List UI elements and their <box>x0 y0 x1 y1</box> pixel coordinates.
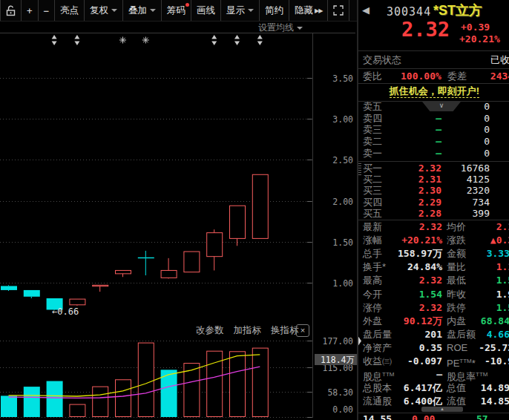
partial-value: 0.00 <box>412 413 435 420</box>
stat-row: 最新2.32均价2.10 <box>358 220 509 234</box>
stat-label: ROE <box>447 341 467 355</box>
stat-label: 流通股 <box>363 395 392 408</box>
ask-row-3-label: 卖三 <box>363 124 382 135</box>
ask-row-3[interactable]: 卖三—0 <box>358 124 509 135</box>
stat-label: 涨幅 <box>363 234 382 247</box>
ask-row-5-label: 卖五 <box>363 101 382 112</box>
stock-app-window: + − 亮点 复权 叠加 筹码 画线 显示 简约 隐藏 ▶▶ <box>0 0 509 420</box>
stat-label: 最高 <box>363 274 382 287</box>
stat-label: 总股本 <box>363 381 392 395</box>
divider <box>358 161 509 162</box>
partial-value: 14.55 <box>363 413 392 420</box>
hide-label: 隐藏 <box>295 4 313 17</box>
close-indicator-button[interactable]: × <box>296 324 309 337</box>
svg-text:←0.66: ←0.66 <box>52 306 79 317</box>
stat-row: 最高2.32最低1.54 <box>358 274 509 287</box>
svg-text:58.30: 58.30 <box>327 387 353 398</box>
stat-value: 1.54 <box>496 274 509 287</box>
ask-row-1-price: — <box>436 148 441 159</box>
bid-row-2[interactable]: 买二2.314125 <box>358 174 509 185</box>
svg-text:1.50: 1.50 <box>332 237 353 248</box>
chevron-down-icon <box>150 9 156 12</box>
bid-row-5[interactable]: 买五2.28399 <box>358 208 509 219</box>
adjust-price-dropdown[interactable]: 复权 <box>85 0 123 21</box>
stat-value: 2.32 <box>419 301 442 315</box>
bid-row-3[interactable]: 买三2.302320 <box>358 185 509 196</box>
stat-value: 201 <box>425 328 442 341</box>
divider <box>358 83 509 84</box>
chevron-down-icon <box>111 9 117 12</box>
add-indicator-link[interactable]: 加指标 <box>234 324 262 337</box>
divider <box>358 50 509 51</box>
stat-value: 6.417亿 <box>404 381 442 395</box>
ask-row-2-volume: 0 <box>484 136 490 147</box>
double-arrow-right-icon: ▶▶ <box>315 7 322 14</box>
weibi-row: 委比 100.00% 委差 24346 <box>358 70 509 82</box>
candles <box>1 174 268 310</box>
bid-row-4-volume: 734 <box>473 197 490 208</box>
lock-icon[interactable] <box>0 0 22 21</box>
switch-indicator-link[interactable]: 换指标 <box>271 324 299 337</box>
ask-row-5-volume: 0 <box>484 101 490 112</box>
stat-row: 总手158.97万金额3.33亿 <box>358 247 509 260</box>
stat-value: 2.32 <box>419 220 442 234</box>
ask-row-1[interactable]: 卖一—0 <box>358 148 509 159</box>
change-params-link[interactable]: 改参数 <box>196 324 224 337</box>
zoom-in-button[interactable]: + <box>22 0 39 21</box>
price-change: +0.39 <box>461 22 490 33</box>
open-account-link[interactable]: 抓住机会，即刻开户! <box>390 85 479 98</box>
stat-label: 净资产 <box>363 341 392 355</box>
adjust-price-label: 复权 <box>90 4 108 17</box>
stat-value: +20.21% <box>401 234 442 247</box>
ask-row-4-volume: 0 <box>484 113 490 124</box>
overlay-dropdown[interactable]: 叠加 <box>123 0 162 21</box>
stat-label: 收益㈢ <box>363 355 392 368</box>
stat-label: 跌停 <box>447 301 466 315</box>
stat-row: 总股本6.417亿总值14.89亿 <box>358 381 509 395</box>
panel-collapse-button[interactable]: ▲ <box>421 407 463 412</box>
trade-status-value: 已收市 <box>490 53 509 67</box>
notification-dot-icon <box>185 3 189 7</box>
stat-label: 内盘 <box>447 315 466 328</box>
stat-label: 盘后量 <box>363 328 392 341</box>
ask-row-4-price: — <box>436 113 441 124</box>
ask-row-4[interactable]: 卖四—0 <box>358 113 509 124</box>
stat-value: 1.54 <box>496 301 509 315</box>
ask-row-2-price: — <box>436 136 441 147</box>
panel-resize-grip[interactable] <box>357 163 361 175</box>
back-arrow-icon[interactable]: ◀ <box>362 4 370 16</box>
fullscreen-button[interactable] <box>328 0 349 21</box>
stat-row: 涨停2.32跌停1.54 <box>358 301 509 315</box>
highlights-button[interactable]: 亮点 <box>55 0 85 21</box>
chip-distribution-button[interactable]: 筹码 <box>162 0 191 21</box>
bid-row-3-label: 买三 <box>363 185 382 196</box>
bid-row-4[interactable]: 买四2.29734 <box>358 197 509 208</box>
ask-row-4-label: 卖四 <box>363 113 382 124</box>
bid-row-5-label: 买五 <box>363 208 382 219</box>
ask-row-2[interactable]: 卖二—0 <box>358 136 509 147</box>
quote-panel: ◀ 300344 *ST立方 2.32 +0.39 +20.21% 交易状态 已… <box>357 0 509 420</box>
ma-setting-label: 设置均线 <box>258 22 294 34</box>
stock-name: *ST立方 <box>433 1 482 19</box>
ma-setting-button[interactable]: 设置均线 <box>258 22 303 34</box>
svg-text:0.00: 0.00 <box>332 404 353 415</box>
stat-label: 最低 <box>447 274 466 287</box>
simple-mode-button[interactable]: 简约 <box>260 0 289 21</box>
partial-data-row: 14.550.0057 <box>358 413 509 420</box>
stat-value: 3.33亿 <box>487 247 509 260</box>
stat-value: 0.35 <box>419 341 442 355</box>
stat-row: 净资产0.35ROE-25.73% <box>358 341 509 355</box>
stat-row: 股息TTM—股息率TTM— <box>358 368 509 381</box>
stat-value: 2.10 <box>496 220 509 234</box>
stat-row: 收益㈢-0.097PETTM*-10.95 <box>358 355 509 368</box>
display-dropdown[interactable]: 显示 <box>221 0 260 21</box>
hide-button[interactable]: 隐藏 ▶▶ <box>289 0 328 21</box>
bid-row-1[interactable]: 买一2.3216768 <box>358 163 509 174</box>
kline-chart[interactable]: 3.503.002.502.001.501.00←0.66177.00115.0… <box>0 0 357 420</box>
price-change-percent: +20.21% <box>459 33 500 45</box>
bid-row-1-price: 2.32 <box>418 163 441 174</box>
stat-value: 1.19 <box>496 260 509 274</box>
draw-line-button[interactable]: 画线 <box>191 0 221 21</box>
stat-label: 昨收 <box>447 288 466 301</box>
zoom-out-button[interactable]: − <box>39 0 56 21</box>
